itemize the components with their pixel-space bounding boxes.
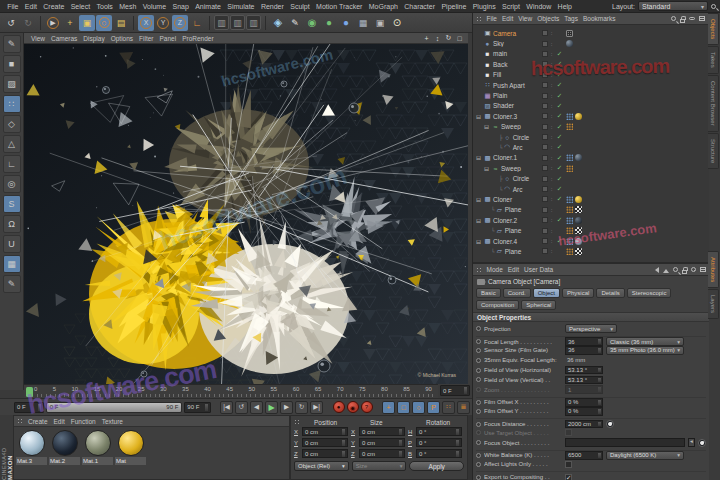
- keyframe-selection-button[interactable]: ?: [361, 401, 373, 413]
- object-label[interactable]: Shader: [492, 102, 514, 109]
- range-end-field[interactable]: 90 F: [184, 402, 210, 413]
- enable-snap-button[interactable]: S: [3, 195, 21, 213]
- visibility-dots[interactable]: [548, 82, 555, 88]
- eyedropper-icon[interactable]: [606, 420, 614, 428]
- object-tag[interactable]: [566, 154, 573, 161]
- rotate-tool-button[interactable]: ○: [96, 15, 112, 31]
- object-label[interactable]: Sky: [492, 40, 504, 47]
- rotation-field[interactable]: 0 °: [416, 438, 462, 447]
- menu-item[interactable]: Plugins: [470, 3, 499, 10]
- object-tree-row[interactable]: ▨ Shader ✓: [473, 101, 709, 111]
- redo-button[interactable]: ↻: [20, 15, 36, 31]
- search-icon[interactable]: [673, 267, 678, 272]
- value-field[interactable]: 53.13 °: [565, 366, 603, 375]
- size-field[interactable]: 0 cm: [359, 438, 405, 447]
- viewport[interactable]: ViewCamerasDisplayOptionsFilterPanelProR…: [24, 33, 468, 384]
- visibility-dots[interactable]: [548, 124, 555, 130]
- goto-start-button[interactable]: |◀: [220, 401, 233, 414]
- menu-item[interactable]: Motion Tracker: [313, 3, 366, 10]
- object-tree-row[interactable]: ● Sky: [473, 38, 709, 48]
- attribute-tab[interactable]: Coord.: [503, 288, 531, 298]
- menu-item[interactable]: Mode: [484, 266, 505, 273]
- object-label[interactable]: Plain: [492, 92, 507, 99]
- coordinate-mode-dropdown[interactable]: Object (Rel): [294, 461, 349, 471]
- menu-item[interactable]: Cameras: [48, 35, 80, 42]
- object-label[interactable]: Cloner.3: [492, 113, 517, 120]
- object-tag[interactable]: [566, 206, 573, 213]
- object-label[interactable]: Push Apart: [492, 82, 525, 89]
- visibility-dots[interactable]: [548, 134, 555, 140]
- viewport-toggle-icon[interactable]: □: [455, 34, 464, 43]
- menu-item[interactable]: Edit: [22, 3, 40, 10]
- menu-item[interactable]: Script: [499, 3, 523, 10]
- add-field-button[interactable]: ▦: [355, 15, 371, 31]
- generator-check[interactable]: ✓: [555, 133, 564, 141]
- object-label[interactable]: main: [492, 50, 507, 57]
- object-tree-row[interactable]: ▣ Camera: [473, 28, 709, 38]
- object-picker-arrow[interactable]: [688, 438, 695, 447]
- side-tab[interactable]: Layers: [708, 289, 719, 319]
- object-tree-row[interactable]: └ ▱ Plane: [473, 246, 709, 256]
- generator-check[interactable]: ✓: [555, 154, 564, 162]
- model-mode-button[interactable]: ■: [3, 55, 21, 73]
- points-mode-button[interactable]: ∷: [3, 95, 21, 113]
- menu-item[interactable]: User Data: [521, 266, 555, 273]
- loop-button[interactable]: ↻: [295, 401, 308, 414]
- record-parameter-button[interactable]: P: [427, 401, 440, 414]
- object-tree-row[interactable]: ⊟ ▩ Cloner.1 ✓: [473, 153, 709, 163]
- expand-toggle[interactable]: ⊟: [484, 123, 491, 130]
- menu-item[interactable]: MoGraph: [366, 3, 402, 10]
- focus-object-field[interactable]: [565, 438, 685, 447]
- move-tool-button[interactable]: +: [62, 15, 78, 31]
- generator-check[interactable]: ✓: [555, 143, 564, 151]
- attribute-tab[interactable]: Physical: [562, 288, 594, 298]
- object-label[interactable]: Circle: [512, 175, 530, 182]
- edges-mode-button[interactable]: ◇: [3, 115, 21, 133]
- keyframe-interpolation-button[interactable]: ≣: [457, 401, 470, 414]
- render-view-button[interactable]: ▥: [214, 15, 229, 30]
- side-tab[interactable]: Content Browser: [708, 75, 719, 132]
- add-spline-button[interactable]: ✎: [287, 15, 303, 31]
- object-tag[interactable]: [575, 238, 582, 245]
- viewport-rotate-icon[interactable]: ↻: [444, 34, 453, 43]
- menu-item[interactable]: File: [4, 3, 22, 10]
- visibility-dots[interactable]: [548, 186, 555, 192]
- keyframe-dot[interactable]: [476, 409, 481, 414]
- record-position-button[interactable]: +: [382, 401, 395, 414]
- visibility-dots[interactable]: [548, 113, 555, 119]
- value-field[interactable]: 2000 cm: [565, 420, 603, 429]
- dropdown[interactable]: Daylight (6500 K): [606, 451, 684, 460]
- object-label[interactable]: Circle: [512, 134, 530, 141]
- visibility-dots[interactable]: [548, 51, 555, 57]
- keyframe-dot[interactable]: [476, 422, 481, 427]
- generator-check[interactable]: ✓: [555, 216, 564, 224]
- magnet-button[interactable]: U: [3, 235, 21, 253]
- value-field[interactable]: 6500: [565, 451, 603, 460]
- generator-check[interactable]: ✓: [555, 123, 564, 131]
- object-label[interactable]: Fill: [492, 71, 501, 78]
- checkbox[interactable]: [565, 461, 572, 468]
- value-field[interactable]: 53.13 °: [565, 376, 603, 385]
- visibility-dots[interactable]: [548, 30, 555, 36]
- object-tree-row[interactable]: ▦ Plain ✓: [473, 90, 709, 100]
- object-tree-row[interactable]: └ ◠ Arc ✓: [473, 142, 709, 152]
- object-label[interactable]: Arc: [512, 144, 523, 151]
- object-tag[interactable]: [566, 165, 573, 172]
- menu-item[interactable]: Tags: [562, 15, 581, 22]
- object-tree-row[interactable]: ⊟ ≈ Sweep ✓: [473, 163, 709, 173]
- object-label[interactable]: Cloner.4: [492, 238, 517, 245]
- menu-item[interactable]: Display: [80, 35, 107, 42]
- add-light-button[interactable]: ⊙: [389, 15, 405, 31]
- visibility-dots[interactable]: [548, 238, 555, 244]
- visibility-dots[interactable]: [548, 217, 555, 223]
- menu-item[interactable]: Filter: [136, 35, 156, 42]
- menu-item[interactable]: Panel: [157, 35, 180, 42]
- attribute-tab[interactable]: Details: [596, 288, 624, 298]
- lock-icon[interactable]: [682, 270, 687, 274]
- grid-icon[interactable]: [476, 267, 482, 273]
- material-item[interactable]: Mat.1: [82, 430, 113, 465]
- lock-y-axis-button[interactable]: Y: [155, 15, 171, 31]
- timeline-playhead[interactable]: [26, 387, 33, 397]
- material-preview[interactable]: [19, 430, 45, 456]
- tweak-mode-button[interactable]: ✎: [3, 35, 21, 53]
